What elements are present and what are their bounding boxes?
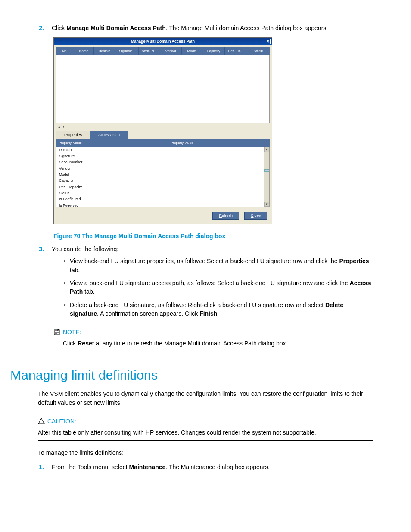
list-item: View back-end LU signature properties, a… — [64, 257, 373, 274]
sort-up-icon[interactable]: ▲ — [58, 124, 61, 129]
scrollbar[interactable]: ▴ ▾ — [264, 147, 269, 207]
text: Click — [63, 340, 78, 347]
step-number: 1. — [36, 463, 52, 471]
note-body: Click Reset at any time to refresh the M… — [63, 339, 373, 348]
col-status[interactable]: Status — [247, 47, 270, 55]
scroll-down-icon[interactable]: ▾ — [264, 202, 269, 207]
manage-multi-domain-dialog: Manage Multi Domain Access Path ✕ No. Na… — [53, 37, 272, 224]
prop-value-col: Property Value — [168, 139, 270, 147]
list-item: View a back-end LU signature access path… — [64, 279, 373, 296]
step-2: 2. Click Manage Multi Domain Access Path… — [38, 24, 373, 32]
manage-intro: To manage the limits definitions: — [38, 448, 373, 457]
note-block: NOTE: Click Reset at any time to refresh… — [53, 325, 373, 352]
prop-row: Is Configured — [56, 196, 269, 202]
list-item: Delete a back-end LU signature, as follo… — [64, 301, 373, 318]
text: . A confirmation screen appears. Click — [97, 310, 199, 317]
prop-row: Signature — [56, 153, 269, 159]
reset-bold: Reset — [78, 340, 94, 347]
caution-block: CAUTION: Alter this table only after con… — [38, 414, 373, 441]
col-serial[interactable]: Serial N... — [139, 47, 160, 55]
col-capacity[interactable]: Capacity — [202, 47, 225, 55]
prop-row: Vendor — [56, 165, 269, 171]
col-name[interactable]: Name — [74, 47, 94, 55]
property-body: Domain Signature Serial Number Vendor Mo… — [56, 147, 270, 207]
dialog-title: Manage Multi Domain Access Path — [131, 39, 195, 44]
caution-icon — [38, 418, 45, 425]
step-body: From the Tools menu, select Maintenance.… — [52, 463, 373, 471]
text: tab. — [70, 267, 80, 274]
text: View back-end LU signature properties, a… — [70, 258, 339, 264]
step-number: 3. — [36, 245, 52, 253]
text: From the Tools menu, select — [52, 464, 129, 470]
dialog-footer: Refresh Close — [56, 207, 270, 221]
prop-name-col: Property Name — [56, 139, 168, 147]
text: . The Manage Multi domain Access Path di… — [166, 25, 328, 31]
note-label: NOTE: — [63, 328, 81, 336]
prop-row: Is Reserved — [56, 202, 269, 207]
dialog-titlebar: Manage Multi Domain Access Path ✕ — [54, 38, 272, 45]
sort-controls[interactable]: ▲▼ — [56, 123, 270, 130]
step-1: 1. From the Tools menu, select Maintenan… — [38, 463, 373, 471]
close-button[interactable]: Close — [244, 212, 267, 220]
note-icon — [53, 329, 60, 336]
text: tab. — [83, 288, 94, 295]
text: View a back-end LU signature access path… — [70, 280, 350, 286]
close-icon[interactable]: ✕ — [265, 39, 271, 44]
caution-label: CAUTION: — [47, 417, 76, 426]
property-header: Property Name Property Value — [56, 139, 270, 147]
step-3: 3. You can do the following: — [38, 245, 373, 253]
refresh-button[interactable]: Refresh — [212, 212, 239, 220]
prop-row: Serial Number — [56, 159, 269, 165]
tabs: Properties Access Path — [56, 130, 270, 139]
prop-row: Real Capacity — [56, 184, 269, 190]
tab-access-path[interactable]: Access Path — [90, 131, 128, 139]
step-body: You can do the following: — [52, 245, 373, 253]
prop-row: Capacity — [56, 177, 269, 184]
properties-bold: Properties — [339, 258, 369, 264]
bullet-list: View back-end LU signature properties, a… — [64, 257, 373, 318]
scroll-up-icon[interactable]: ▴ — [264, 147, 269, 152]
col-vendor[interactable]: Vendor — [160, 47, 182, 55]
caution-body: Alter this table only after consulting w… — [38, 428, 373, 437]
text: . The Maintenance dialog box appears. — [165, 464, 270, 470]
prop-row: Domain — [56, 147, 269, 153]
step-body: Click Manage Multi Domain Access Path. T… — [52, 24, 373, 32]
sort-down-icon[interactable]: ▼ — [62, 124, 65, 129]
text: . — [217, 310, 219, 317]
finish-bold: Finish — [199, 310, 217, 317]
section-heading: Managing limit definitions — [10, 366, 373, 385]
grid-header: No. Name Domain Signatur... Serial N... … — [56, 47, 270, 55]
figure-70: Manage Multi Domain Access Path ✕ No. Na… — [53, 37, 373, 224]
text: at any time to refresh the Manage Multi … — [94, 340, 287, 347]
scroll-thumb[interactable] — [264, 169, 269, 172]
manage-multi-domain-bold: Manage Multi Domain Access Path — [66, 25, 166, 31]
intro-paragraph: The VSM client enables you to dynamicall… — [38, 389, 373, 407]
prop-row: Model — [56, 171, 269, 177]
col-realcap[interactable]: Real Ca... — [225, 47, 247, 55]
col-domain[interactable]: Domain — [94, 47, 115, 55]
maintenance-bold: Maintenance — [129, 464, 165, 470]
figure-caption: Figure 70 The Manage Multi Domain Access… — [53, 232, 373, 240]
prop-row: Status — [56, 190, 269, 196]
col-signature[interactable]: Signatur... — [115, 47, 139, 55]
col-no[interactable]: No. — [56, 47, 74, 55]
col-model[interactable]: Model — [182, 47, 202, 55]
step-number: 2. — [36, 24, 52, 32]
tab-properties[interactable]: Properties — [56, 131, 90, 139]
text: Click — [52, 25, 66, 31]
grid-body — [56, 55, 270, 123]
text: Delete a back-end LU signature, as follo… — [70, 302, 325, 308]
